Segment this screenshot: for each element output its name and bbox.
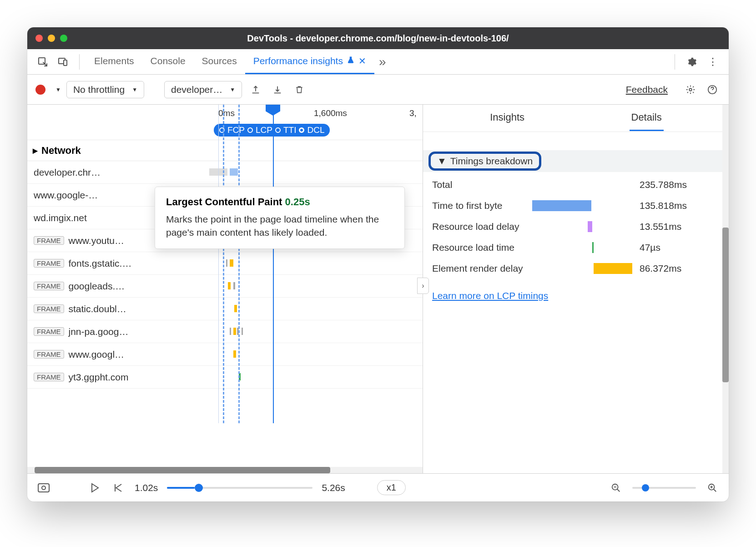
metric-label: Resource load time — [432, 242, 532, 253]
maximize-window-button[interactable] — [60, 35, 67, 42]
svg-point-3 — [689, 88, 692, 91]
help-icon[interactable] — [706, 83, 719, 96]
sub-tab-insights[interactable]: Insights — [488, 105, 526, 131]
inspect-element-icon[interactable] — [36, 56, 49, 68]
sub-tab-details[interactable]: Details — [630, 105, 664, 131]
network-row-label: fonts.gstatic.… — [69, 258, 132, 269]
zoom-slider[interactable] — [632, 487, 696, 489]
metric-bar — [592, 242, 594, 253]
perf-toolbar: ▼ No throttling ▼ developer… ▼ Feedback — [27, 75, 729, 105]
playhead-handle[interactable] — [266, 105, 280, 116]
sub-tabs: Insights Details — [423, 105, 729, 132]
waterfall-bar — [242, 328, 243, 335]
more-tabs-icon[interactable]: » — [379, 55, 386, 69]
svg-point-6 — [42, 486, 45, 490]
network-section-header[interactable]: ▶ Network — [27, 140, 423, 161]
tab-label: Elements — [94, 56, 134, 66]
network-row[interactable]: FRAMEwww.googl… — [27, 343, 423, 366]
content-area: 0ms 1,600ms 3, FCP LCP TTI DCL ▶ Network — [27, 105, 729, 473]
delete-icon[interactable] — [293, 83, 306, 96]
zoom-in-icon[interactable] — [705, 481, 720, 495]
frame-badge: FRAME — [34, 259, 64, 268]
network-row[interactable]: FRAMEfonts.gstatic.… — [27, 252, 423, 275]
svg-rect-5 — [38, 484, 49, 492]
network-row-label: jnn-pa.goog… — [69, 326, 129, 337]
metric-bar-area — [532, 199, 632, 212]
main-tabs-row: Elements Console Sources Performance ins… — [27, 49, 729, 75]
import-icon[interactable] — [271, 83, 284, 96]
origin-line — [218, 105, 219, 423]
timeline-slider[interactable] — [167, 487, 312, 489]
svg-rect-2 — [64, 60, 67, 66]
jump-start-icon[interactable] — [111, 481, 126, 495]
timings-breakdown-header[interactable]: ▼ Timings breakdown — [423, 150, 729, 172]
collapse-panel-button[interactable]: › — [417, 278, 429, 294]
metric-label: Resource load delay — [432, 221, 532, 232]
network-row-label: www.google-… — [34, 190, 98, 201]
waterfall-bar — [230, 328, 231, 335]
zoom-label: x1 — [387, 482, 396, 492]
more-menu-icon[interactable]: ⋮ — [706, 55, 720, 69]
timeline-ruler[interactable]: 0ms 1,600ms 3, FCP LCP TTI DCL — [27, 105, 423, 140]
close-tab-icon[interactable]: ✕ — [358, 56, 366, 66]
device-toggle-icon[interactable] — [56, 56, 69, 68]
playback-bar: 1.02s 5.26s x1 — [27, 473, 729, 501]
network-row[interactable]: FRAMEgoogleads.… — [27, 275, 423, 298]
metric-bar-area — [532, 262, 632, 275]
tab-performance-insights[interactable]: Performance insights ✕ — [245, 49, 374, 74]
network-row-label: developer.chr… — [34, 167, 101, 178]
minimize-window-button[interactable] — [48, 35, 55, 42]
scrollbar-thumb[interactable] — [35, 467, 330, 473]
network-row[interactable]: FRAMEjnn-pa.goog… — [27, 320, 423, 343]
frame-badge: FRAME — [34, 304, 64, 313]
network-row[interactable]: FRAMEstatic.doubl… — [27, 298, 423, 320]
metric-bar — [588, 221, 592, 232]
chevron-down-icon: ▼ — [230, 86, 235, 93]
divider — [79, 54, 80, 70]
preview-icon[interactable] — [36, 481, 51, 495]
slider-thumb[interactable] — [195, 484, 203, 492]
slider-fill — [167, 487, 195, 489]
vertical-scrollbar[interactable] — [722, 105, 729, 473]
record-button[interactable] — [35, 85, 45, 95]
metric-label: Total — [432, 179, 532, 190]
devtools-window: DevTools - developer.chrome.com/blog/new… — [27, 27, 729, 501]
close-window-button[interactable] — [35, 35, 43, 42]
network-row-label: googleads.… — [69, 281, 125, 292]
zoom-out-icon[interactable] — [609, 481, 623, 495]
divider — [675, 54, 675, 70]
settings-gear-icon[interactable] — [685, 55, 699, 69]
disclosure-triangle-icon: ▶ — [33, 147, 38, 154]
waterfall-bar — [230, 259, 233, 267]
tab-elements[interactable]: Elements — [86, 49, 142, 74]
throttling-select[interactable]: No throttling ▼ — [66, 81, 144, 98]
network-row[interactable]: developer.chr… — [27, 161, 423, 184]
record-dropdown-icon[interactable]: ▼ — [55, 86, 61, 93]
network-row[interactable]: FRAMEyt3.ggpht.com — [27, 366, 423, 389]
frame-badge: FRAME — [34, 236, 64, 245]
details-panel: Insights Details ▼ Timings breakdown Tot… — [423, 105, 729, 473]
slider-thumb[interactable] — [642, 484, 649, 491]
timeline-markers[interactable]: FCP LCP TTI DCL — [214, 124, 330, 137]
marker-dcl: DCL — [307, 125, 324, 135]
feedback-link[interactable]: Feedback — [626, 84, 668, 95]
metric-value: 47µs — [640, 242, 660, 253]
tab-console[interactable]: Console — [142, 49, 194, 74]
play-icon[interactable] — [87, 481, 102, 495]
learn-more-link[interactable]: Learn more on LCP timings — [423, 281, 729, 310]
horizontal-scrollbar[interactable] — [27, 467, 423, 473]
marker-dot — [247, 127, 253, 133]
tooltip-description: Marks the point in the page load timelin… — [166, 213, 393, 239]
zoom-level[interactable]: x1 — [377, 480, 406, 495]
metric-bar-area — [532, 220, 632, 233]
tab-sources[interactable]: Sources — [194, 49, 245, 74]
export-icon[interactable] — [249, 83, 262, 96]
tooltip-title: Largest Contentful Paint — [166, 196, 282, 208]
metric-row: Resource load time47µs — [432, 241, 720, 254]
chevron-down-icon: ▼ — [132, 86, 137, 93]
page-select[interactable]: developer… ▼ — [164, 81, 242, 98]
traffic-lights — [35, 35, 67, 42]
marker-lcp: LCP — [256, 125, 272, 135]
settings-icon[interactable] — [684, 83, 697, 96]
scrollbar-thumb[interactable] — [722, 228, 729, 382]
